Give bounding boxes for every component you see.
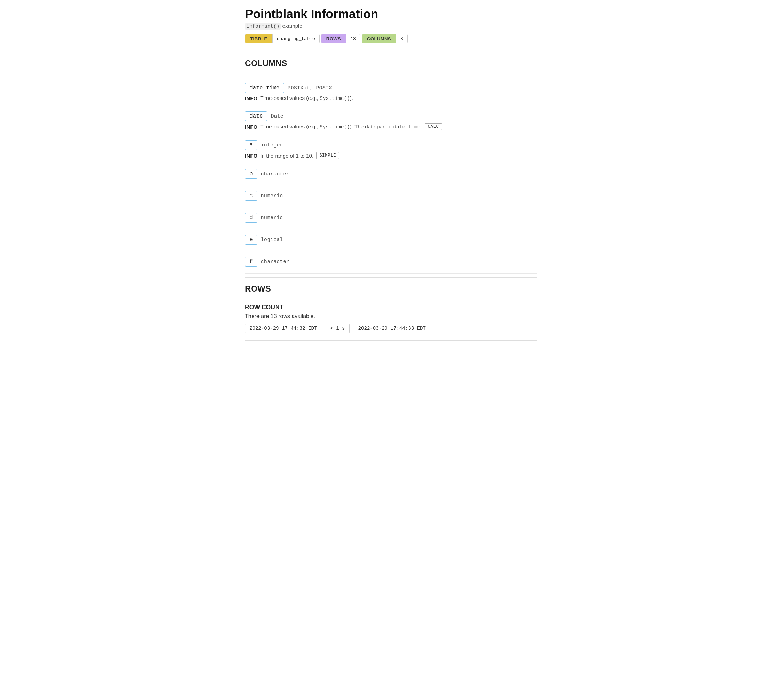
badges-row: TIBBLE changing_table ROWS 13 COLUMNS 8	[245, 34, 537, 43]
columns-sub-divider	[245, 72, 537, 72]
column-header-date_time: date_time POSIXct, POSIXt	[245, 83, 537, 93]
subtitle-code: informant()	[245, 23, 281, 30]
column-header-f: f character	[245, 257, 537, 267]
rows-section: ROWS ROW COUNT There are 13 rows availab…	[245, 284, 537, 333]
column-entry-a: a integer INFO In the range of 1 to 10. …	[245, 135, 537, 164]
tibble-value: changing_table	[272, 35, 319, 43]
column-header-e: e logical	[245, 235, 537, 245]
info-label-a: INFO	[245, 153, 258, 158]
rows-badge: ROWS 13	[321, 34, 360, 43]
columns-label: COLUMNS	[362, 35, 396, 43]
tibble-badge: TIBBLE changing_table	[245, 34, 320, 43]
columns-list: date_time POSIXct, POSIXt INFO Time-base…	[245, 78, 537, 274]
tag-calc: CALC	[425, 123, 442, 130]
column-name-c: c	[245, 191, 258, 201]
column-header-date: date Date	[245, 111, 537, 121]
column-name-date: date	[245, 111, 267, 121]
column-type-b: character	[261, 171, 290, 177]
info-label-date: INFO	[245, 124, 258, 130]
tibble-label: TIBBLE	[245, 35, 272, 43]
column-name-d: d	[245, 213, 258, 223]
rows-label: ROWS	[321, 35, 346, 43]
column-header-d: d numeric	[245, 213, 537, 223]
rows-section-title: ROWS	[245, 284, 537, 293]
column-header-c: c numeric	[245, 191, 537, 201]
column-type-date: Date	[271, 113, 283, 119]
columns-badge: COLUMNS 8	[362, 34, 408, 43]
column-entry-date_time: date_time POSIXct, POSIXt INFO Time-base…	[245, 78, 537, 107]
info-text-date: Time-based values (e.g., Sys.time()). Th…	[260, 123, 422, 130]
column-name-e: e	[245, 235, 258, 245]
column-name-date_time: date_time	[245, 83, 284, 93]
subtitle: informant() example	[245, 23, 537, 29]
column-entry-c: c numeric	[245, 186, 537, 208]
column-type-c: numeric	[261, 193, 283, 199]
column-info-date_time: INFO Time-based values (e.g., Sys.time()…	[245, 95, 537, 101]
column-info-a: INFO In the range of 1 to 10. SIMPLE	[245, 152, 537, 159]
row-count-title: ROW COUNT	[245, 304, 537, 311]
info-text-date_time: Time-based values (e.g., Sys.time()).	[260, 95, 353, 101]
bottom-divider	[245, 340, 537, 341]
tag-simple: SIMPLE	[316, 152, 339, 159]
column-type-e: logical	[261, 237, 283, 243]
column-entry-date: date Date INFO Time-based values (e.g., …	[245, 107, 537, 135]
column-entry-d: d numeric	[245, 208, 537, 230]
column-name-b: b	[245, 169, 258, 179]
columns-divider	[245, 52, 537, 52]
column-entry-e: e logical	[245, 230, 537, 252]
column-name-a: a	[245, 140, 258, 150]
page-title: Pointblank Information	[245, 7, 537, 21]
column-name-f: f	[245, 257, 258, 267]
page-container: Pointblank Information informant() examp…	[235, 0, 547, 354]
column-type-f: character	[261, 258, 290, 265]
timestamp-row: 2022-03-29 17:44:32 EDT < 1 s 2022-03-29…	[245, 323, 537, 333]
timestamp-start: 2022-03-29 17:44:32 EDT	[245, 323, 321, 333]
column-type-date_time: POSIXct, POSIXt	[287, 85, 335, 91]
columns-value: 8	[396, 35, 408, 43]
subtitle-text: example	[281, 23, 302, 29]
timestamp-duration: < 1 s	[326, 323, 349, 333]
rows-top-divider	[245, 277, 537, 278]
rows-value: 13	[346, 35, 360, 43]
columns-section-title: COLUMNS	[245, 58, 537, 68]
info-label-date_time: INFO	[245, 95, 258, 101]
column-type-a: integer	[261, 142, 283, 148]
column-entry-f: f character	[245, 252, 537, 274]
column-type-d: numeric	[261, 215, 283, 221]
timestamp-end: 2022-03-29 17:44:33 EDT	[354, 323, 430, 333]
info-text-a: In the range of 1 to 10.	[260, 153, 313, 158]
column-header-b: b character	[245, 169, 537, 179]
column-info-date: INFO Time-based values (e.g., Sys.time()…	[245, 123, 537, 130]
column-entry-b: b character	[245, 164, 537, 186]
row-count-text: There are 13 rows available.	[245, 313, 537, 319]
column-header-a: a integer	[245, 140, 537, 150]
